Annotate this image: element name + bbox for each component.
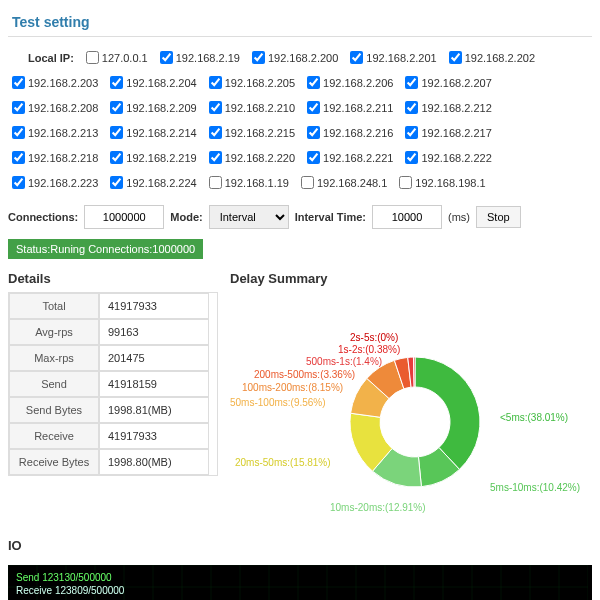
ip-text: 192.168.2.215: [225, 127, 295, 139]
details-value: 99163: [99, 319, 209, 345]
ip-text: 192.168.2.213: [28, 127, 98, 139]
ip-checkbox[interactable]: [405, 101, 418, 114]
ip-item[interactable]: 192.168.1.19: [205, 173, 289, 192]
chart-label: 200ms-500ms:(3.36%): [254, 369, 355, 380]
details-key: Receive: [9, 423, 99, 449]
table-row: Max-rps201475: [9, 345, 217, 371]
ip-item[interactable]: 192.168.198.1: [395, 173, 485, 192]
ip-item[interactable]: 192.168.2.204: [106, 73, 196, 92]
ip-checkbox[interactable]: [110, 76, 123, 89]
chart-label: 500ms-1s:(1.4%): [306, 356, 382, 367]
ip-checkbox[interactable]: [160, 51, 173, 64]
ip-item[interactable]: 192.168.2.208: [8, 98, 98, 117]
ip-item[interactable]: 192.168.2.210: [205, 98, 295, 117]
ip-item[interactable]: 192.168.2.205: [205, 73, 295, 92]
delay-heading: Delay Summary: [230, 271, 592, 286]
connections-input[interactable]: [84, 205, 164, 229]
ip-item[interactable]: 192.168.2.218: [8, 148, 98, 167]
details-value: 41918159: [99, 371, 209, 397]
ip-item[interactable]: 192.168.2.209: [106, 98, 196, 117]
ip-item[interactable]: 192.168.2.224: [106, 173, 196, 192]
interval-input[interactable]: [372, 205, 442, 229]
ip-checkbox[interactable]: [110, 151, 123, 164]
io-legend: Send 123130/500000 Receive 123809/500000: [16, 571, 124, 597]
ip-item[interactable]: 192.168.2.207: [401, 73, 491, 92]
details-key: Total: [9, 293, 99, 319]
chart-label: 1s-2s:(0.38%): [338, 344, 400, 355]
ip-checkbox[interactable]: [405, 126, 418, 139]
io-chart: Send 123130/500000 Receive 123809/500000: [8, 565, 592, 600]
ip-checkbox[interactable]: [12, 176, 25, 189]
details-key: Max-rps: [9, 345, 99, 371]
ip-text: 192.168.2.203: [28, 77, 98, 89]
details-key: Receive Bytes: [9, 449, 99, 475]
ip-checkbox[interactable]: [209, 101, 222, 114]
details-value: 1998.80(MB): [99, 449, 209, 475]
ip-checkbox[interactable]: [307, 126, 320, 139]
ip-checkbox[interactable]: [307, 101, 320, 114]
ip-item[interactable]: 192.168.2.219: [106, 148, 196, 167]
ip-checkbox[interactable]: [12, 76, 25, 89]
ip-checkbox[interactable]: [252, 51, 265, 64]
ip-item[interactable]: 192.168.2.215: [205, 123, 295, 142]
ip-item[interactable]: 192.168.2.212: [401, 98, 491, 117]
ip-checkbox[interactable]: [12, 126, 25, 139]
ip-checkbox[interactable]: [209, 176, 222, 189]
ip-item[interactable]: 192.168.2.211: [303, 98, 393, 117]
ip-item[interactable]: 192.168.2.216: [303, 123, 393, 142]
ip-checkbox[interactable]: [399, 176, 412, 189]
ip-item[interactable]: 192.168.2.19: [156, 48, 240, 67]
details-value: 41917933: [99, 293, 209, 319]
ip-checkbox[interactable]: [12, 151, 25, 164]
mode-select[interactable]: Interval: [209, 205, 289, 229]
io-send-legend: Send 123130/500000: [16, 571, 124, 584]
ip-item[interactable]: 192.168.2.222: [401, 148, 491, 167]
ip-checkbox[interactable]: [350, 51, 363, 64]
ip-item[interactable]: 192.168.2.206: [303, 73, 393, 92]
ip-checkbox[interactable]: [301, 176, 314, 189]
ip-text: 192.168.2.220: [225, 152, 295, 164]
io-heading: IO: [8, 538, 592, 553]
ip-checkbox[interactable]: [307, 76, 320, 89]
ip-checkbox[interactable]: [307, 151, 320, 164]
ip-text: 192.168.2.212: [421, 102, 491, 114]
ip-text: 192.168.2.217: [421, 127, 491, 139]
ip-item[interactable]: 192.168.2.217: [401, 123, 491, 142]
ip-text: 192.168.2.210: [225, 102, 295, 114]
ip-item[interactable]: 192.168.2.214: [106, 123, 196, 142]
ip-text: 192.168.2.205: [225, 77, 295, 89]
ip-grid: Local IP: 127.0.0.1192.168.2.19192.168.2…: [8, 45, 592, 195]
ip-checkbox[interactable]: [86, 51, 99, 64]
ip-checkbox[interactable]: [449, 51, 462, 64]
ip-checkbox[interactable]: [209, 151, 222, 164]
ip-item[interactable]: 192.168.248.1: [297, 173, 387, 192]
ip-item[interactable]: 192.168.2.220: [205, 148, 295, 167]
details-value: 1998.81(MB): [99, 397, 209, 423]
ip-checkbox[interactable]: [110, 126, 123, 139]
ip-item[interactable]: 192.168.2.221: [303, 148, 393, 167]
table-row: Send Bytes1998.81(MB): [9, 397, 217, 423]
ip-checkbox[interactable]: [209, 76, 222, 89]
ip-item[interactable]: 192.168.2.202: [445, 48, 535, 67]
chart-label: 20ms-50ms:(15.81%): [235, 457, 331, 468]
ip-item[interactable]: 192.168.2.223: [8, 173, 98, 192]
ip-checkbox[interactable]: [405, 76, 418, 89]
controls-row: Connections: Mode: Interval Interval Tim…: [8, 205, 592, 229]
ip-item[interactable]: 192.168.2.200: [248, 48, 338, 67]
connections-label: Connections:: [8, 211, 78, 223]
ip-item[interactable]: 192.168.2.203: [8, 73, 98, 92]
ip-item[interactable]: 127.0.0.1: [82, 48, 148, 67]
ip-checkbox[interactable]: [405, 151, 418, 164]
ip-checkbox[interactable]: [209, 126, 222, 139]
ip-text: 192.168.2.206: [323, 77, 393, 89]
stop-button[interactable]: Stop: [476, 206, 521, 228]
ip-checkbox[interactable]: [12, 101, 25, 114]
ip-text: 192.168.2.219: [126, 152, 196, 164]
ip-item[interactable]: 192.168.2.213: [8, 123, 98, 142]
ip-checkbox[interactable]: [110, 101, 123, 114]
io-receive-legend: Receive 123809/500000: [16, 584, 124, 597]
ip-text: 192.168.2.218: [28, 152, 98, 164]
ip-checkbox[interactable]: [110, 176, 123, 189]
ip-text: 192.168.2.216: [323, 127, 393, 139]
ip-item[interactable]: 192.168.2.201: [346, 48, 436, 67]
